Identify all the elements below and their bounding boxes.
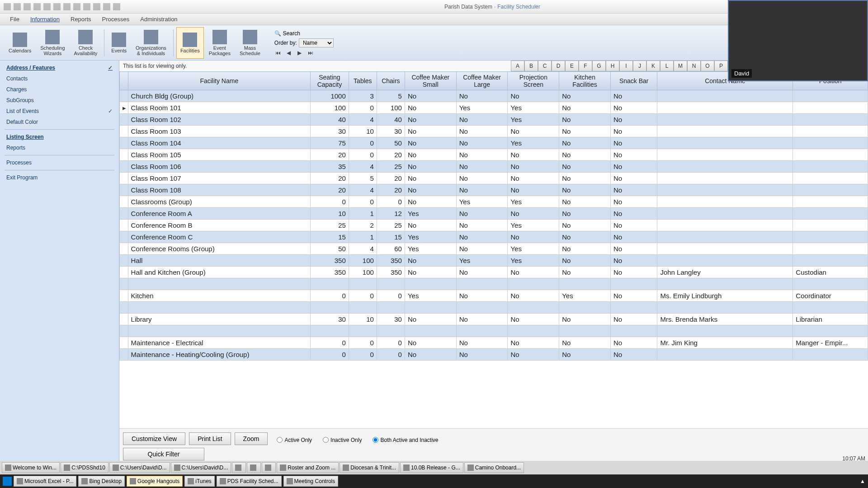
- col-header[interactable]: Tables: [349, 72, 377, 90]
- sidebar-default-color[interactable]: Default Color: [0, 117, 119, 127]
- quick-filter-button[interactable]: Quick Filter: [123, 448, 204, 460]
- table-row[interactable]: Class Room 10635425NoNoNoNoNo: [120, 161, 868, 173]
- table-row[interactable]: Class Room 10720520NoNoNoNoNo: [120, 173, 868, 184]
- table-row[interactable]: Library301030NoNoNoNoNoMrs. Brenda Marks…: [120, 314, 868, 325]
- table-row[interactable]: Hall350100350NoYesYesNoNo: [120, 255, 868, 267]
- alpha-C[interactable]: C: [538, 61, 552, 71]
- alpha-K[interactable]: K: [646, 61, 660, 71]
- ribbon-calendars[interactable]: Calendars: [5, 27, 35, 59]
- ribbon-mass[interactable]: MassSchedule: [236, 27, 264, 59]
- taskbar-item[interactable]: Microsoft Excel - P...: [14, 476, 76, 487]
- ribbon-organizations[interactable]: Organizations& Individuals: [132, 27, 170, 59]
- qat-icon[interactable]: [93, 3, 100, 10]
- table-row[interactable]: [120, 325, 868, 337]
- qat-icon[interactable]: [113, 3, 120, 10]
- ribbon-scheduling[interactable]: SchedulingWizards: [36, 27, 69, 59]
- taskbar-item[interactable]: Bing Desktop: [78, 476, 124, 487]
- menu-processes[interactable]: Processes: [97, 14, 135, 25]
- table-row[interactable]: Conference Room B25225NoNoYesNoNo: [120, 220, 868, 231]
- sidebar-exit-program[interactable]: Exit Program: [0, 172, 119, 183]
- menu-administration[interactable]: Administration: [135, 14, 183, 25]
- col-header[interactable]: Seating Capacity: [311, 72, 349, 90]
- alpha-M[interactable]: M: [674, 61, 687, 71]
- start-button[interactable]: [3, 477, 12, 486]
- taskbar-item[interactable]: Diocesan & Trinit...: [340, 462, 399, 473]
- taskbar-item[interactable]: [247, 462, 261, 473]
- zoom-button[interactable]: Zoom: [235, 432, 268, 445]
- qat-icon[interactable]: [103, 3, 110, 10]
- nav-first[interactable]: ⏮: [274, 50, 282, 56]
- col-header[interactable]: Coffee Maker Large: [456, 72, 508, 90]
- taskbar-item[interactable]: Roster and Zoom ...: [277, 462, 339, 473]
- alpha-A[interactable]: A: [511, 61, 524, 71]
- taskbar-item[interactable]: iTunes: [184, 476, 215, 487]
- alpha-G[interactable]: G: [592, 61, 606, 71]
- alpha-J[interactable]: J: [633, 61, 646, 71]
- alpha-D[interactable]: D: [552, 61, 565, 71]
- nav-prev[interactable]: ◀: [285, 50, 292, 56]
- qat-icon[interactable]: [24, 3, 31, 10]
- table-row[interactable]: Class Room 10520020NoNoNoNoNo: [120, 149, 868, 161]
- sidebar-charges[interactable]: Charges: [0, 84, 119, 95]
- table-row[interactable]: Church Bldg (Group)100035NoNoNoNoNo: [120, 90, 868, 102]
- sidebar-contacts[interactable]: Contacts: [0, 73, 119, 84]
- table-row[interactable]: Maintenance - Electrical000NoNoNoNoNoMr.…: [120, 337, 868, 349]
- alpha-E[interactable]: E: [565, 61, 579, 71]
- col-header[interactable]: Facility Name: [128, 72, 310, 90]
- alpha-L[interactable]: L: [660, 61, 674, 71]
- taskbar-item[interactable]: 10.0B Release - G...: [400, 462, 463, 473]
- taskbar-item[interactable]: Camino Onboard...: [464, 462, 524, 473]
- col-header[interactable]: Coffee Maker Small: [405, 72, 456, 90]
- col-header[interactable]: [120, 72, 128, 90]
- col-header[interactable]: Kitchen Facilities: [559, 72, 611, 90]
- alpha-O[interactable]: O: [701, 61, 714, 71]
- taskbar-item[interactable]: [232, 462, 246, 473]
- ribbon-facilities[interactable]: Facilities: [176, 27, 204, 59]
- taskbar-item[interactable]: Google Hangouts: [127, 476, 183, 487]
- taskbar-item[interactable]: Welcome to Win...: [2, 462, 60, 473]
- search-row[interactable]: 🔍Search: [274, 30, 334, 37]
- alpha-P[interactable]: P: [714, 61, 728, 71]
- table-row[interactable]: [120, 302, 868, 314]
- menu-reports[interactable]: Reports: [65, 14, 97, 25]
- alpha-F[interactable]: F: [579, 61, 592, 71]
- sidebar-processes[interactable]: Processes: [0, 157, 119, 168]
- radio-active-only[interactable]: Active Only: [277, 437, 312, 443]
- taskbar-item[interactable]: C:\Users\David\D...: [109, 462, 170, 473]
- ribbon-check[interactable]: CheckAvailability: [70, 27, 102, 59]
- ribbon-events[interactable]: Events: [107, 27, 131, 59]
- col-header[interactable]: Projection Screen: [508, 72, 559, 90]
- nav-next[interactable]: ▶: [296, 50, 303, 56]
- print-list-button[interactable]: Print List: [189, 432, 231, 445]
- taskbar-item[interactable]: Meeting Controls: [283, 476, 339, 487]
- table-row[interactable]: Conference Room C15115YesNoNoNoNo: [120, 231, 868, 243]
- menu-information[interactable]: Information: [25, 14, 65, 25]
- customize-view-button[interactable]: Customize View: [123, 432, 185, 445]
- orderby-select[interactable]: Name: [299, 38, 334, 47]
- table-row[interactable]: Conference Rooms (Group)50460YesNoYesNoN…: [120, 243, 868, 255]
- qat-icon[interactable]: [83, 3, 90, 10]
- sidebar-list-of-events[interactable]: List of Events✓: [0, 106, 119, 117]
- table-row[interactable]: Classrooms (Group)000NoYesYesNoNo: [120, 196, 868, 208]
- qat-icon[interactable]: [43, 3, 51, 10]
- alpha-H[interactable]: H: [606, 61, 619, 71]
- qat-icon[interactable]: [73, 3, 80, 10]
- system-tray[interactable]: ▲: [860, 478, 865, 484]
- taskbar-item[interactable]: C:\Users\David\D...: [171, 462, 231, 473]
- alpha-B[interactable]: B: [524, 61, 538, 71]
- menu-file[interactable]: File: [5, 14, 25, 25]
- table-row[interactable]: Class Room 10240440NoNoYesNoNo: [120, 114, 868, 126]
- table-row[interactable]: Kitchen000YesNoNoYesNoMs. Emily Lindburg…: [120, 290, 868, 302]
- sidebar-listing-screen[interactable]: Listing Screen: [0, 131, 119, 142]
- radio-inactive-only[interactable]: Inactive Only: [323, 437, 362, 443]
- qat-icon[interactable]: [53, 3, 61, 10]
- radio-both-active-and-inactive[interactable]: Both Active and Inactive: [373, 437, 438, 443]
- table-row[interactable]: Class Room 10475050NoNoYesNoNo: [120, 137, 868, 149]
- col-header[interactable]: Chairs: [377, 72, 405, 90]
- qat-icon[interactable]: [14, 3, 21, 10]
- table-row[interactable]: Class Room 103301030NoNoNoNoNo: [120, 126, 868, 137]
- col-header[interactable]: Snack Bar: [610, 72, 657, 90]
- table-row[interactable]: Hall and Kitchen (Group)350100350NoNoNoN…: [120, 267, 868, 278]
- table-row[interactable]: ▸Class Room 1011000100NoYesYesNoNo: [120, 102, 868, 114]
- orderby-row[interactable]: Order by:Name: [274, 38, 334, 47]
